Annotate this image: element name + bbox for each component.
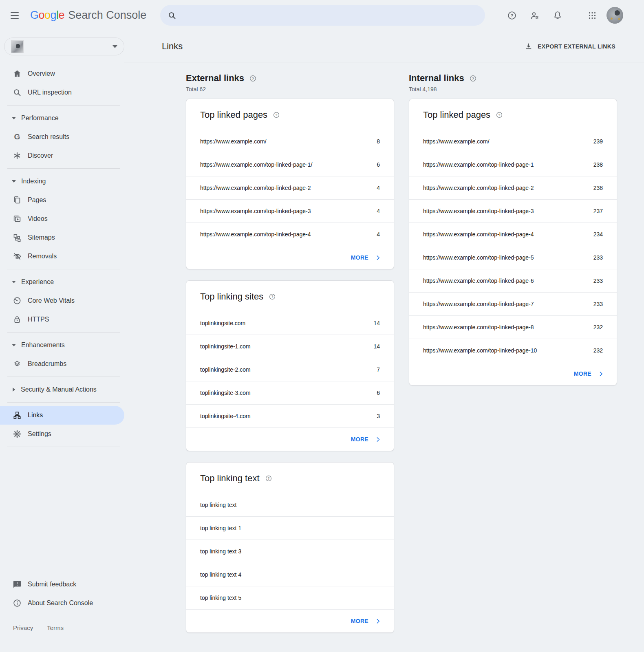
table-row[interactable]: top linking text 3	[186, 540, 394, 563]
table-row[interactable]: https://www.example.com/top-linked-page-…	[409, 293, 617, 316]
table-row[interactable]: https://www.example.com/top-linked-page-…	[409, 176, 617, 200]
linking-text[interactable]: top linking text	[200, 502, 380, 508]
help-icon[interactable]: ?	[507, 11, 517, 20]
linked-page-url[interactable]: https://www.example.com/top-linked-page-…	[423, 208, 593, 214]
table-row[interactable]: https://www.example.com/top-linked-page-…	[186, 223, 394, 246]
table-row[interactable]: toplinkingsite-4.com3	[186, 405, 394, 428]
linking-site[interactable]: toplinkingsite-1.com	[200, 343, 373, 350]
linking-text[interactable]: top linking text 1	[200, 525, 380, 531]
sidebar-section-enhancements[interactable]: Enhancements	[0, 336, 124, 355]
table-row[interactable]: https://www.example.com/top-linked-page-…	[186, 153, 394, 176]
sidebar-item-submit-feedback[interactable]: Submit feedback	[0, 575, 124, 594]
card-top-linking-text: Top linking text ? top linking text top …	[186, 462, 394, 633]
sidebar-item-overview[interactable]: Overview	[0, 64, 124, 83]
table-row[interactable]: https://www.example.com/top-linked-page-…	[186, 176, 394, 200]
more-button[interactable]: MORE	[186, 610, 394, 632]
linking-text[interactable]: top linking text 5	[200, 595, 380, 601]
table-row[interactable]: https://www.example.com/top-linked-page-…	[409, 153, 617, 176]
sidebar-item-about[interactable]: About Search Console	[0, 594, 124, 612]
table-row[interactable]: https://www.example.com/top-linked-page-…	[409, 269, 617, 293]
linked-page-url[interactable]: https://www.example.com/top-linked-page-…	[423, 301, 593, 307]
table-row[interactable]: toplinkingsite-1.com14	[186, 335, 394, 358]
linked-page-url[interactable]: https://www.example.com/top-linked-page-…	[200, 185, 377, 191]
sidebar-section-indexing[interactable]: Indexing	[0, 172, 124, 191]
table-row[interactable]: top linking text 1	[186, 517, 394, 540]
table-row[interactable]: https://www.example.com/top-linked-page-…	[409, 200, 617, 223]
help-icon[interactable]: ?	[273, 111, 280, 119]
table-row[interactable]: https://www.example.com/top-linked-page-…	[409, 316, 617, 339]
sidebar-item-core-web-vitals[interactable]: Core Web Vitals	[0, 291, 124, 310]
help-icon[interactable]: ?	[265, 475, 272, 482]
sidebar-item-links[interactable]: Links	[0, 406, 124, 425]
table-row[interactable]: top linking text 4	[186, 563, 394, 586]
table-row[interactable]: https://www.example.com/top-linked-page-…	[186, 200, 394, 223]
linked-page-url[interactable]: https://www.example.com/	[200, 138, 377, 145]
linking-site[interactable]: toplinkingsite-2.com	[200, 366, 377, 373]
avatar[interactable]	[607, 7, 623, 24]
linked-page-url[interactable]: https://www.example.com/top-linked-page-…	[423, 161, 593, 168]
help-icon[interactable]: ?	[469, 75, 477, 82]
linking-site[interactable]: toplinkingsite-3.com	[200, 390, 377, 396]
property-selector[interactable]	[4, 37, 124, 55]
table-row[interactable]: toplinkingsite-2.com7	[186, 358, 394, 381]
linked-page-url[interactable]: https://www.example.com/	[423, 138, 593, 145]
sidebar-item-videos[interactable]: Videos	[0, 209, 124, 228]
table-row[interactable]: toplinkingsite-3.com6	[186, 381, 394, 405]
linked-page-url[interactable]: https://www.example.com/top-linked-page-…	[423, 324, 593, 330]
sidebar-item-settings[interactable]: Settings	[0, 425, 124, 443]
linked-page-url[interactable]: https://www.example.com/top-linked-page-…	[423, 278, 593, 284]
more-button[interactable]: MORE	[409, 362, 617, 385]
linked-page-url[interactable]: https://www.example.com/top-linked-page-…	[423, 231, 593, 238]
search-input[interactable]	[181, 11, 485, 20]
linked-page-url[interactable]: https://www.example.com/top-linked-page-…	[423, 185, 593, 191]
search-bar[interactable]	[160, 5, 485, 26]
linking-text[interactable]: top linking text 3	[200, 548, 380, 555]
help-icon[interactable]: ?	[496, 111, 503, 119]
table-row[interactable]: https://www.example.com/top-linked-page-…	[409, 246, 617, 269]
sidebar-section-performance[interactable]: Performance	[0, 109, 124, 128]
sidebar-item-removals[interactable]: Removals	[0, 247, 124, 266]
linked-page-url[interactable]: https://www.example.com/top-linked-page-…	[200, 208, 377, 214]
table-row[interactable]: top linking text	[186, 493, 394, 517]
menu-icon[interactable]	[11, 11, 20, 20]
main-content: Links EXPORT EXTERNAL LINKS External lin…	[124, 31, 644, 633]
linking-text[interactable]: top linking text 4	[200, 571, 380, 578]
terms-link[interactable]: Terms	[47, 624, 64, 631]
sidebar-item-search-results[interactable]: G Search results	[0, 128, 124, 146]
sidebar-item-sitemaps[interactable]: Sitemaps	[0, 228, 124, 247]
logo-letter: o	[39, 9, 45, 22]
app-logo[interactable]: GoogleSearch Console	[30, 9, 146, 22]
table-row[interactable]: https://www.example.com/239	[409, 130, 617, 153]
table-row[interactable]: https://www.example.com/top-linked-page-…	[409, 223, 617, 246]
linking-site[interactable]: toplinkingsite-4.com	[200, 413, 377, 419]
linked-page-url[interactable]: https://www.example.com/top-linked-page-…	[423, 347, 593, 354]
notifications-icon[interactable]	[553, 11, 562, 20]
export-external-links-button[interactable]: EXPORT EXTERNAL LINKS	[525, 42, 615, 51]
linked-page-url[interactable]: https://www.example.com/top-linked-page-…	[200, 161, 377, 168]
videos-icon	[12, 214, 22, 224]
apps-grid-icon[interactable]	[587, 11, 597, 20]
help-icon[interactable]: ?	[269, 293, 276, 300]
sidebar-section-security[interactable]: Security & Manual Actions	[0, 380, 124, 399]
sidebar-item-discover[interactable]: Discover	[0, 146, 124, 165]
divider	[7, 616, 120, 616]
privacy-link[interactable]: Privacy	[13, 624, 33, 631]
table-row[interactable]: toplinkingsite.com14	[186, 312, 394, 335]
sidebar-item-pages[interactable]: Pages	[0, 191, 124, 209]
user-settings-icon[interactable]	[530, 11, 540, 20]
sidebar-section-experience[interactable]: Experience	[0, 273, 124, 291]
help-icon[interactable]: ?	[249, 75, 257, 82]
table-row[interactable]: https://www.example.com/top-linked-page-…	[409, 339, 617, 362]
more-button[interactable]: MORE	[186, 428, 394, 451]
sidebar-item-breadcrumbs[interactable]: Breadcrumbs	[0, 355, 124, 373]
sidebar-item-https[interactable]: HTTPS	[0, 310, 124, 329]
sidebar-item-label: Links	[28, 412, 43, 419]
linked-page-url[interactable]: https://www.example.com/top-linked-page-…	[200, 231, 377, 238]
more-button[interactable]: MORE	[186, 246, 394, 269]
linking-site[interactable]: toplinkingsite.com	[200, 320, 373, 326]
table-row[interactable]: top linking text 5	[186, 586, 394, 610]
table-row[interactable]: https://www.example.com/8	[186, 130, 394, 153]
sidebar-item-url-inspection[interactable]: URL inspection	[0, 83, 124, 102]
linked-page-url[interactable]: https://www.example.com/top-linked-page-…	[423, 254, 593, 261]
link-count: 232	[593, 324, 603, 330]
